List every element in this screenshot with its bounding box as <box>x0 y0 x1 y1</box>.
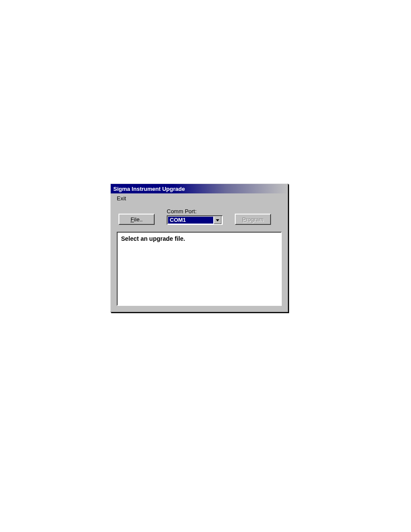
file-button-label: File.. <box>131 216 143 223</box>
menubar: Exit <box>111 193 288 203</box>
comm-port-dropdown[interactable]: COM1 <box>167 215 223 225</box>
program-button-label: Program <box>242 216 264 223</box>
titlebar[interactable]: Sigma Instrument Upgrade <box>111 184 288 193</box>
comm-port-group: Comm Port: COM1 <box>167 208 223 225</box>
controls-row: File.. Comm Port: COM1 Program <box>111 203 288 232</box>
sigma-upgrade-dialog: Sigma Instrument Upgrade Exit File.. Com… <box>110 184 288 312</box>
status-text-area: Select an upgrade file. <box>117 232 282 306</box>
status-text: Select an upgrade file. <box>121 235 185 242</box>
file-button[interactable]: File.. <box>118 214 155 225</box>
comm-port-selected: COM1 <box>168 217 213 224</box>
menu-exit[interactable]: Exit <box>114 195 129 202</box>
comm-port-label: Comm Port: <box>167 208 223 215</box>
program-button[interactable]: Program <box>235 214 271 225</box>
dropdown-arrow-button[interactable] <box>214 216 221 224</box>
titlebar-text: Sigma Instrument Upgrade <box>113 186 185 192</box>
chevron-down-icon <box>216 219 219 221</box>
